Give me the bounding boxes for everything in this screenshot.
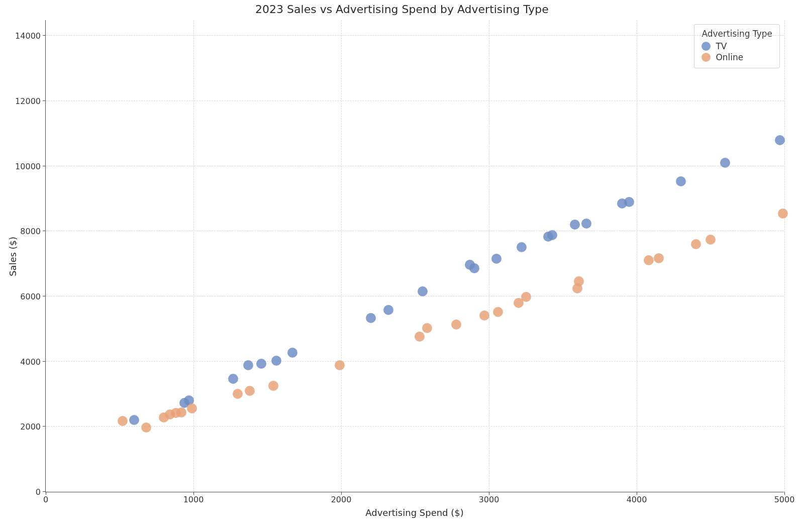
y-tick-label: 14000: [15, 31, 41, 41]
data-point: [418, 286, 428, 296]
y-tick-label: 6000: [20, 292, 41, 301]
y-tick-label: 10000: [15, 161, 41, 171]
plot-area: Advertising Type TV Online 0100020003000…: [45, 20, 784, 492]
data-point: [118, 416, 128, 426]
data-point: [624, 197, 634, 207]
data-point: [383, 305, 393, 315]
legend-swatch-tv: [701, 42, 711, 51]
data-point: [245, 386, 255, 396]
legend-swatch-online: [701, 53, 711, 62]
data-point: [581, 219, 591, 229]
data-point: [491, 254, 501, 264]
tick-mark-y: [43, 231, 46, 231]
tick-mark-y: [43, 100, 46, 101]
data-point: [141, 422, 151, 433]
gridline-v: [637, 20, 637, 492]
tick-mark-y: [43, 491, 46, 492]
gridline-v: [489, 20, 489, 492]
tick-mark-y: [43, 166, 46, 166]
data-point: [521, 292, 531, 302]
gridline-v: [341, 20, 342, 492]
gridline-v: [193, 20, 194, 492]
chart-title: 2023 Sales vs Advertising Spend by Adver…: [0, 3, 804, 16]
data-point: [422, 323, 432, 333]
data-point: [287, 348, 297, 358]
data-point: [644, 255, 654, 265]
y-tick-label: 2000: [20, 422, 41, 432]
data-point: [547, 230, 557, 240]
data-point: [256, 359, 266, 369]
data-point: [517, 242, 527, 252]
data-point: [366, 313, 376, 323]
legend-item-tv: TV: [701, 41, 772, 52]
tick-mark-y: [43, 35, 46, 36]
data-point: [720, 158, 730, 168]
legend: Advertising Type TV Online: [694, 24, 780, 68]
gridline-h: [46, 296, 784, 296]
chart-figure: 2023 Sales vs Advertising Spend by Adver…: [0, 0, 804, 532]
gridline-h: [46, 426, 784, 427]
gridline-h: [46, 100, 784, 101]
data-point: [570, 220, 580, 230]
data-point: [479, 310, 489, 321]
x-tick-label: 5000: [774, 495, 795, 504]
legend-item-online: Online: [701, 52, 772, 63]
data-point: [228, 374, 238, 384]
data-point: [415, 332, 425, 342]
x-tick-label: 4000: [627, 495, 647, 504]
x-tick-label: 1000: [183, 495, 204, 504]
data-point: [187, 403, 197, 413]
y-axis-label-wrap: Sales ($): [7, 20, 19, 492]
gridline-h: [46, 35, 784, 36]
gridline-h: [46, 166, 784, 166]
tick-mark-y: [43, 296, 46, 296]
data-point: [271, 356, 281, 366]
gridline-v: [784, 20, 785, 492]
y-axis-label: Sales ($): [8, 236, 19, 276]
data-point: [654, 253, 664, 263]
data-point: [243, 360, 253, 370]
data-point: [706, 235, 716, 245]
data-point: [676, 176, 686, 186]
legend-label-tv: TV: [716, 41, 727, 52]
gridline-h: [46, 361, 784, 362]
data-point: [176, 407, 186, 417]
data-point: [335, 360, 345, 370]
data-point: [233, 389, 243, 399]
data-point: [691, 239, 701, 249]
data-point: [493, 307, 503, 317]
x-axis-label: Advertising Spend ($): [45, 507, 784, 518]
x-tick-label: 3000: [479, 495, 499, 504]
data-point: [268, 381, 278, 391]
tick-mark-y: [43, 361, 46, 362]
y-tick-label: 0: [36, 487, 41, 497]
y-tick-label: 4000: [20, 357, 41, 366]
y-tick-label: 12000: [15, 96, 41, 106]
y-tick-label: 8000: [20, 227, 41, 236]
data-point: [775, 135, 785, 145]
data-point: [129, 415, 139, 425]
data-point: [451, 320, 461, 330]
x-tick-label: 0: [43, 495, 48, 504]
x-tick-label: 2000: [331, 495, 352, 504]
data-point: [778, 208, 788, 219]
legend-title: Advertising Type: [701, 29, 772, 39]
legend-label-online: Online: [716, 52, 743, 63]
data-point: [469, 263, 479, 273]
tick-mark-y: [43, 426, 46, 427]
gridline-h: [46, 231, 784, 231]
data-point: [574, 276, 584, 286]
